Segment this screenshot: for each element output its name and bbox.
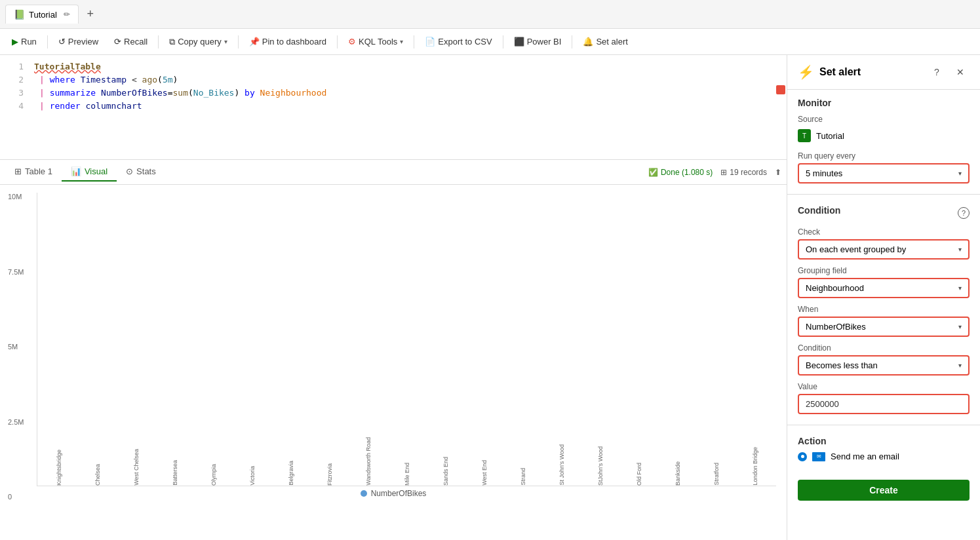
add-tab-button[interactable]: + xyxy=(81,5,100,24)
condition-dropdown-select[interactable]: Becomes less than ▾ xyxy=(798,355,970,376)
visual-tab-label: Visual xyxy=(85,166,108,176)
run-label: Run xyxy=(21,37,37,47)
check-select[interactable]: On each event grouped by ▾ xyxy=(798,239,970,260)
grouping-field-select[interactable]: Neighbourhood ▾ xyxy=(798,278,970,298)
tab-label: Tutorial xyxy=(29,10,57,20)
source-label: Source xyxy=(798,115,970,124)
power-bi-button[interactable]: ⬛ Power BI xyxy=(507,34,568,49)
check-value: On each event grouped by xyxy=(806,244,906,254)
line-content-4: | render columnchart xyxy=(34,100,781,113)
bar-label: Knightsbridge xyxy=(56,450,62,486)
bar-group: Sands End xyxy=(427,454,464,486)
y-label-10m: 10M xyxy=(8,193,24,201)
stats-tab-label: Stats xyxy=(136,166,156,176)
stats-tab-icon: ⊙ xyxy=(126,166,133,176)
bar-group: Belgravia xyxy=(272,458,309,486)
stats-tab[interactable]: ⊙ Stats xyxy=(117,163,165,182)
separator-2 xyxy=(158,35,159,48)
records-icon: ⊞ xyxy=(720,168,727,177)
when-select[interactable]: NumberOfBikes ▾ xyxy=(798,317,970,337)
grouping-field-label: Grouping field xyxy=(798,266,970,275)
export-csv-icon: 📄 xyxy=(425,37,435,47)
code-editor[interactable]: 1 TutorialTable 2 | where Timestamp < ag… xyxy=(0,55,787,160)
preview-button[interactable]: ↺ Preview xyxy=(52,34,105,49)
line-number-4: 4 xyxy=(5,100,24,113)
panel-header: ⚡ Set alert ? ✕ xyxy=(787,55,980,90)
table-tab[interactable]: ⊞ Table 1 xyxy=(5,163,62,182)
y-label-25m: 2.5M xyxy=(8,418,24,426)
condition-header: Condition ? xyxy=(798,205,970,221)
bar-label: Olympia xyxy=(210,464,217,486)
toolbar-extra-icon[interactable]: ⬆ xyxy=(775,168,781,177)
send-email-radio[interactable]: ✉ Send me an email xyxy=(798,452,970,461)
email-icon: ✉ xyxy=(812,452,825,461)
line-content-3: | summarize NumberOfBikes=sum(No_Bikes) … xyxy=(34,87,781,100)
divider-1 xyxy=(787,194,980,195)
tab-icon: 📗 xyxy=(14,9,25,20)
bar-label: Mile End xyxy=(404,463,410,486)
bar-label: London Bridge xyxy=(752,447,758,486)
line-number-1: 1 xyxy=(5,60,24,73)
create-button[interactable]: Create xyxy=(798,480,970,501)
run-query-label: Run query every xyxy=(798,151,970,161)
condition-info-icon[interactable]: ? xyxy=(958,207,970,219)
value-label: Value xyxy=(798,382,970,391)
condition-dropdown-value: Becomes less than xyxy=(806,360,878,370)
bar-label: Belgravia xyxy=(288,461,294,486)
bar-label: Fitzrovia xyxy=(326,463,333,486)
kql-tools-button[interactable]: ⚙ KQL Tools ▾ xyxy=(342,34,410,49)
status-done: ✅ Done (1.080 s) xyxy=(648,168,713,177)
bar-group: Bankside xyxy=(659,459,696,486)
tutorial-tab[interactable]: 📗 Tutorial ✏ xyxy=(5,5,79,24)
panel-title: ⚡ Set alert xyxy=(798,64,861,80)
condition-title: Condition xyxy=(798,205,840,216)
chart-container: KnightsbridgeChelseaWest ChelseaBatterse… xyxy=(37,193,776,486)
monitor-title: Monitor xyxy=(798,98,970,108)
source-name: Tutorial xyxy=(816,131,844,141)
condition-dropdown-chevron: ▾ xyxy=(958,362,962,369)
bar-group: Wandsworth Road xyxy=(349,434,387,486)
bar-label: Stratford xyxy=(713,463,720,486)
bar-label: West End xyxy=(481,460,488,486)
run-query-chevron: ▾ xyxy=(958,170,962,177)
copy-query-button[interactable]: ⧉ Copy query ▾ xyxy=(163,34,233,50)
export-csv-button[interactable]: 📄 Export to CSV xyxy=(418,34,498,49)
bar-group: Fitzrovia xyxy=(311,461,348,486)
bar-label: Battersea xyxy=(172,460,178,486)
source-item: T Tutorial xyxy=(798,126,970,145)
visual-tab[interactable]: 📊 Visual xyxy=(62,163,117,182)
line-content-1: TutorialTable xyxy=(34,60,781,73)
bar-label: Wandsworth Road xyxy=(365,437,372,486)
copy-query-label: Copy query xyxy=(178,37,221,47)
when-label: When xyxy=(798,305,970,314)
grouping-field-value: Neighbourhood xyxy=(806,283,864,293)
done-text: Done (1.080 s) xyxy=(661,168,713,177)
kql-tools-chevron: ▾ xyxy=(400,38,403,45)
run-button[interactable]: ▶ Run xyxy=(5,34,43,49)
results-area: ⊞ Table 1 📊 Visual ⊙ Stats ✅ Done (1.080… xyxy=(0,160,787,540)
check-chevron: ▾ xyxy=(958,246,962,253)
condition-section: Condition ? Check On each event grouped … xyxy=(787,197,980,422)
set-alert-toolbar-button[interactable]: 🔔 Set alert xyxy=(576,34,634,49)
bar-label: Strand xyxy=(520,468,526,486)
code-line-2: 2 | where Timestamp < ago(5m) xyxy=(0,73,787,87)
source-icon: T xyxy=(798,129,811,142)
tab-edit-icon[interactable]: ✏ xyxy=(64,10,70,19)
chart-legend: NumberOfBikes xyxy=(10,489,776,498)
value-input[interactable] xyxy=(798,394,970,414)
bar-label: West Chelsea xyxy=(133,449,140,486)
bar-label: St John's Wood xyxy=(559,444,565,486)
recall-label: Recall xyxy=(124,37,147,47)
legend-dot xyxy=(361,490,367,497)
recall-button[interactable]: ⟳ Recall xyxy=(108,34,154,49)
help-button[interactable]: ? xyxy=(928,63,946,81)
close-button[interactable]: ✕ xyxy=(951,63,970,81)
visual-tab-icon: 📊 xyxy=(71,166,81,176)
line-number-2: 2 xyxy=(5,73,24,87)
pin-icon: 📌 xyxy=(249,37,260,47)
pin-dashboard-button[interactable]: 📌 Pin to dashboard xyxy=(243,34,333,49)
chart-area: 10M 7.5M 5M 2.5M 0 KnightsbridgeChelseaW… xyxy=(0,185,787,540)
recall-icon: ⟳ xyxy=(114,37,121,47)
run-query-select[interactable]: 5 minutes ▾ xyxy=(798,163,970,183)
bar-group: Victoria xyxy=(233,463,271,486)
